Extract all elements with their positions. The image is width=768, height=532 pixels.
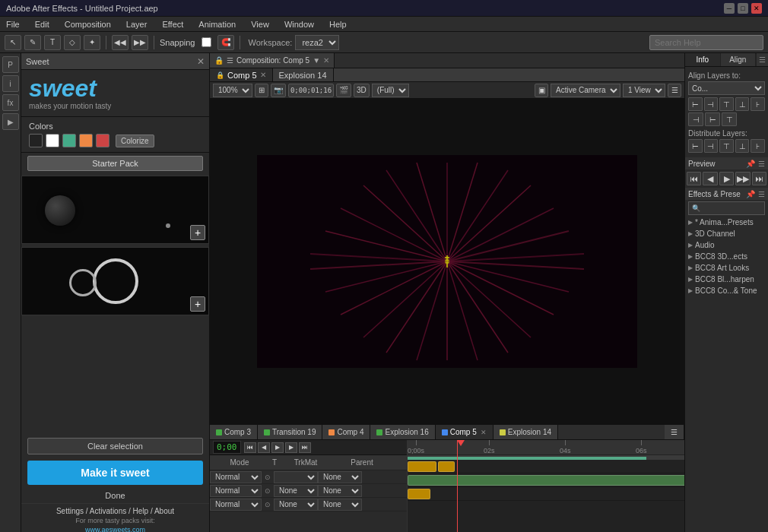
workspace-select[interactable]: reza2 (295, 35, 339, 50)
align-top-btn[interactable]: ⊥ (735, 97, 750, 111)
colorize-button[interactable]: Colorize (116, 135, 154, 147)
menu-animation[interactable]: Animation (195, 18, 239, 30)
align-bottom-btn[interactable]: ⊣ (688, 112, 703, 126)
tl-parent-select-2[interactable]: None (318, 485, 362, 497)
align-hcenter-btn[interactable]: ⊣ (704, 97, 719, 111)
right-panel-options[interactable]: ☰ (756, 53, 768, 66)
comp-menu-arrow[interactable]: ▼ (313, 56, 320, 65)
tl-tab-comp5-close[interactable]: ✕ (481, 429, 487, 436)
tl-clip-2[interactable] (408, 475, 684, 486)
comp-sub-tab-comp5[interactable]: 🔒 Comp 5 ✕ (210, 68, 273, 81)
effects-item-3d[interactable]: ▶ 3D Channel (685, 228, 768, 239)
preset-item-1[interactable]: + (21, 176, 209, 244)
render-icon[interactable]: ▶ (2, 113, 19, 130)
preview-pin-btn[interactable]: 📌 (746, 160, 755, 168)
tl-parent-select-1[interactable]: None (318, 471, 362, 483)
menu-file[interactable]: File (3, 18, 23, 30)
info-tab[interactable]: Info (685, 53, 721, 66)
color-swatch-black[interactable] (29, 134, 43, 147)
tool-prev-frame[interactable]: ◀◀ (112, 35, 129, 50)
dist-right-btn[interactable]: ⊤ (719, 139, 734, 153)
effects-item-bcc8-3d[interactable]: ▶ BCC8 3D...ects (685, 251, 768, 262)
menu-view[interactable]: View (248, 18, 272, 30)
effects-item-bcc8-bl[interactable]: ▶ BCC8 Bl...harpen (685, 274, 768, 285)
tl-parent-select-3[interactable]: None (318, 499, 362, 511)
tl-tab-transition19[interactable]: Transition 19 (258, 425, 322, 439)
zoom-select[interactable]: 100% (213, 84, 252, 97)
align-right-btn[interactable]: ⊤ (719, 97, 734, 111)
effects-options-btn[interactable]: ☰ (758, 190, 765, 198)
effects-item-anima[interactable]: ▶ * Anima...Presets (685, 217, 768, 228)
preview-prev-btn[interactable]: ◀ (703, 172, 717, 185)
preview-options-btn[interactable]: ☰ (758, 160, 765, 168)
effects-item-bcc8-co[interactable]: ▶ BCC8 Co...& Tone (685, 285, 768, 296)
clear-selection-button[interactable]: Clear selection (27, 438, 203, 454)
minimize-button[interactable]: ─ (724, 3, 735, 14)
menu-help[interactable]: Help (326, 18, 350, 30)
menu-window[interactable]: Window (281, 18, 317, 30)
tl-next-frame-btn[interactable]: ▶ (285, 442, 297, 453)
tl-first-frame-btn[interactable]: ⏮ (244, 442, 256, 453)
make-it-sweet-button[interactable]: Make it sweet (27, 461, 203, 485)
project-button[interactable]: P (2, 56, 19, 73)
view-count-select[interactable]: 1 View (623, 84, 665, 97)
tl-mode-select-1[interactable]: Normal (210, 471, 262, 483)
tool-next-frame[interactable]: ▶▶ (132, 35, 148, 50)
tl-clip-3[interactable] (408, 489, 430, 499)
snapshot-btn[interactable]: 📷 (271, 84, 286, 97)
align-left2-btn[interactable]: ⊢ (705, 112, 720, 126)
info-icon[interactable]: i (2, 75, 19, 92)
align-left-btn[interactable]: ⊢ (688, 97, 703, 111)
tl-tab-explosion14[interactable]: Explosion 14 (493, 425, 558, 439)
tl-options-btn[interactable]: ☰ (665, 425, 684, 439)
color-swatch-orange[interactable] (79, 134, 93, 147)
tl-mode-select-3[interactable]: Normal (210, 499, 262, 511)
tl-tab-comp3[interactable]: Comp 3 (210, 425, 258, 439)
viewer-options-btn[interactable]: ☰ (668, 84, 681, 97)
tool-text[interactable]: T (44, 35, 61, 50)
fit-to-view-btn[interactable]: ⊞ (255, 84, 268, 97)
tl-prev-frame-btn[interactable]: ◀ (258, 442, 270, 453)
tl-tab-comp5[interactable]: Comp 5 ✕ (436, 425, 493, 439)
tool-magnet[interactable]: 🧲 (217, 35, 234, 50)
tl-play-btn[interactable]: ▶ (271, 442, 284, 453)
preset-item-2[interactable]: + (21, 247, 209, 315)
tool-select[interactable]: ↖ (5, 35, 21, 50)
dist-vcenter-btn[interactable]: ⊦ (751, 139, 765, 153)
tl-tab-explosion16[interactable]: Explosion 16 (370, 425, 435, 439)
menu-edit[interactable]: Edit (32, 18, 52, 30)
align-right2-btn[interactable]: ⊤ (722, 112, 737, 126)
tl-trkmat-select-3[interactable]: None (274, 499, 318, 511)
preset-add-btn-1[interactable]: + (190, 225, 205, 240)
dist-left-btn[interactable]: ⊢ (688, 139, 703, 153)
align-tab[interactable]: Align (721, 53, 757, 66)
preview-first-btn[interactable]: ⏮ (687, 172, 701, 185)
quality-select[interactable]: (Full) (372, 84, 409, 97)
color-swatch-white[interactable] (46, 134, 59, 147)
tl-trkmat-select-1[interactable] (274, 471, 318, 483)
preset-add-btn-2[interactable]: + (190, 296, 205, 312)
starter-pack-button[interactable]: Starter Pack (27, 156, 203, 171)
menu-effect[interactable]: Effect (159, 18, 186, 30)
search-input[interactable] (649, 35, 763, 50)
align-vcenter-btn[interactable]: ⊦ (751, 97, 765, 111)
footer-url-link[interactable]: www.aesweets.com (85, 526, 145, 532)
effects-icon[interactable]: fx (2, 94, 19, 111)
comp-sub-tab-explosion14[interactable]: Explosion 14 (273, 68, 334, 81)
done-button[interactable]: Done (21, 488, 209, 503)
tl-trkmat-select-2[interactable]: None (274, 485, 318, 497)
region-btn[interactable]: ▣ (535, 84, 548, 97)
close-button[interactable]: ✕ (751, 3, 762, 14)
tl-clip-1a[interactable] (408, 461, 436, 472)
footer-links[interactable]: Settings / Activations / Help / About (27, 507, 203, 515)
align-to-select[interactable]: Co... (688, 81, 765, 95)
snapping-checkbox[interactable] (202, 37, 211, 47)
preview-play-btn[interactable]: ▶ (719, 172, 734, 185)
view-select[interactable]: Active Camera (551, 84, 620, 97)
comp-tab-close[interactable]: ✕ (323, 56, 329, 65)
tool-shape[interactable]: ◇ (64, 35, 81, 50)
tool-pen[interactable]: ✎ (24, 35, 41, 50)
effects-item-bcc8-art[interactable]: ▶ BCC8 Art Looks (685, 262, 768, 274)
3d-btn[interactable]: 3D (354, 84, 370, 97)
menu-layer[interactable]: Layer (123, 18, 151, 30)
